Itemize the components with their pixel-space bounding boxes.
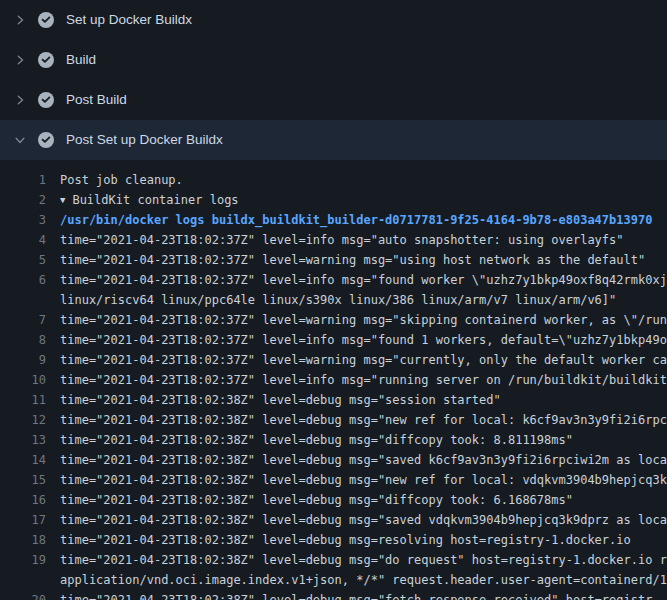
log-line: 14 time="2021-04-23T18:02:38Z" level=deb… <box>0 450 667 470</box>
log-line-number[interactable]: 17 <box>0 510 60 530</box>
group-toggle-icon[interactable]: ▼ <box>60 190 65 210</box>
log-line: 13 time="2021-04-23T18:02:38Z" level=deb… <box>0 430 667 450</box>
log-line-text: time="2021-04-23T18:02:38Z" level=debug … <box>60 450 667 470</box>
chevron-icon <box>12 132 28 148</box>
log-line: 6 time="2021-04-23T18:02:37Z" level=info… <box>0 270 667 290</box>
step-label: Post Build <box>66 93 127 107</box>
log-line-text: time="2021-04-23T18:02:37Z" level=info m… <box>60 330 667 350</box>
log-line: linux/riscv64 linux/ppc64le linux/s390x … <box>0 290 667 310</box>
log-line: 7 time="2021-04-23T18:02:37Z" level=warn… <box>0 310 667 330</box>
log-line: 4 time="2021-04-23T18:02:37Z" level=info… <box>0 230 667 250</box>
log-line-number[interactable] <box>0 570 60 590</box>
log-line: 5 time="2021-04-23T18:02:37Z" level=warn… <box>0 250 667 270</box>
step-header[interactable]: Post Build <box>0 80 667 120</box>
log-line-number[interactable]: 7 <box>0 310 60 330</box>
check-circle-icon <box>38 12 54 28</box>
log-line-text: time="2021-04-23T18:02:38Z" level=debug … <box>60 550 667 570</box>
log-line-number[interactable]: 4 <box>0 230 60 250</box>
log-line-text: time="2021-04-23T18:02:38Z" level=debug … <box>60 590 667 600</box>
log-line-text: time="2021-04-23T18:02:37Z" level=warnin… <box>60 350 667 370</box>
log-line-text: time="2021-04-23T18:02:37Z" level=warnin… <box>60 310 667 330</box>
log-line-number[interactable]: 6 <box>0 270 60 290</box>
chevron-icon <box>12 52 28 68</box>
log-line: 17 time="2021-04-23T18:02:38Z" level=deb… <box>0 510 667 530</box>
log-line: 20 time="2021-04-23T18:02:38Z" level=deb… <box>0 590 667 600</box>
log-line-text: application/vnd.oci.image.index.v1+json,… <box>60 570 667 590</box>
chevron-icon <box>12 12 28 28</box>
log-line-text: time="2021-04-23T18:02:37Z" level=info m… <box>60 370 667 390</box>
log-line-number[interactable]: 9 <box>0 350 60 370</box>
chevron-icon <box>12 92 28 108</box>
log-line: 19 time="2021-04-23T18:02:38Z" level=deb… <box>0 550 667 570</box>
log-line-text: time="2021-04-23T18:02:37Z" level=info m… <box>60 270 667 290</box>
log-line: 16 time="2021-04-23T18:02:38Z" level=deb… <box>0 490 667 510</box>
log-line: 15 time="2021-04-23T18:02:38Z" level=deb… <box>0 470 667 490</box>
log-line-number[interactable]: 13 <box>0 430 60 450</box>
log-line-number[interactable]: 2 <box>0 190 60 210</box>
log-line-number[interactable]: 11 <box>0 390 60 410</box>
log-line-number[interactable]: 5 <box>0 250 60 270</box>
check-circle-icon <box>38 92 54 108</box>
log-line-text: time="2021-04-23T18:02:38Z" level=debug … <box>60 470 667 490</box>
log-line-number[interactable]: 12 <box>0 410 60 430</box>
step-list: Set up Docker Buildx Build Post Buil <box>0 0 667 160</box>
step-header[interactable]: Post Set up Docker Buildx <box>0 120 667 160</box>
log-line-text: Post job cleanup. <box>60 170 667 190</box>
step-header[interactable]: Build <box>0 40 667 80</box>
log-line: 3 /usr/bin/docker logs buildx_buildkit_b… <box>0 210 667 230</box>
log-line-number[interactable]: 20 <box>0 590 60 600</box>
log-line-text: time="2021-04-23T18:02:38Z" level=debug … <box>60 510 667 530</box>
step-label: Set up Docker Buildx <box>66 13 192 27</box>
log-line-text: time="2021-04-23T18:02:38Z" level=debug … <box>60 390 667 410</box>
log-line-text: time="2021-04-23T18:02:38Z" level=debug … <box>60 530 667 550</box>
log-line-number[interactable]: 3 <box>0 210 60 230</box>
log-line-text: linux/riscv64 linux/ppc64le linux/s390x … <box>60 290 667 310</box>
log-line-text: time="2021-04-23T18:02:38Z" level=debug … <box>60 490 667 510</box>
log-line: 12 time="2021-04-23T18:02:38Z" level=deb… <box>0 410 667 430</box>
log-line-number[interactable]: 14 <box>0 450 60 470</box>
log-line: application/vnd.oci.image.index.v1+json,… <box>0 570 667 590</box>
step-header[interactable]: Set up Docker Buildx <box>0 0 667 40</box>
log-line-number[interactable]: 18 <box>0 530 60 550</box>
check-circle-icon <box>38 132 54 148</box>
step-label: Build <box>66 53 96 67</box>
log-line-number[interactable]: 19 <box>0 550 60 570</box>
log-line: 8 time="2021-04-23T18:02:37Z" level=info… <box>0 330 667 350</box>
log-line-number[interactable]: 1 <box>0 170 60 190</box>
log-line-text: time="2021-04-23T18:02:38Z" level=debug … <box>60 430 667 450</box>
check-circle-icon <box>38 52 54 68</box>
log-line-number[interactable]: 15 <box>0 470 60 490</box>
log-line-number[interactable] <box>0 290 60 310</box>
log-line-text: /usr/bin/docker logs buildx_buildkit_bui… <box>60 210 667 230</box>
log-line: 2 ▼ BuildKit container logs <box>0 190 667 210</box>
log-line-text: time="2021-04-23T18:02:38Z" level=debug … <box>60 410 667 430</box>
log-line: 18 time="2021-04-23T18:02:38Z" level=deb… <box>0 530 667 550</box>
log-line-number[interactable]: 8 <box>0 330 60 350</box>
log-line-text: BuildKit container logs <box>72 190 667 210</box>
log-panel: 1 Post job cleanup. 2 ▼ BuildKit contain… <box>0 160 667 600</box>
log-line: 10 time="2021-04-23T18:02:37Z" level=inf… <box>0 370 667 390</box>
log-line-number[interactable]: 10 <box>0 370 60 390</box>
log-line-number[interactable]: 16 <box>0 490 60 510</box>
log-line: 1 Post job cleanup. <box>0 170 667 190</box>
log-line-text: time="2021-04-23T18:02:37Z" level=info m… <box>60 230 667 250</box>
step-label: Post Set up Docker Buildx <box>66 133 223 147</box>
log-line: 9 time="2021-04-23T18:02:37Z" level=warn… <box>0 350 667 370</box>
log-line-text: time="2021-04-23T18:02:37Z" level=warnin… <box>60 250 667 270</box>
log-line: 11 time="2021-04-23T18:02:38Z" level=deb… <box>0 390 667 410</box>
